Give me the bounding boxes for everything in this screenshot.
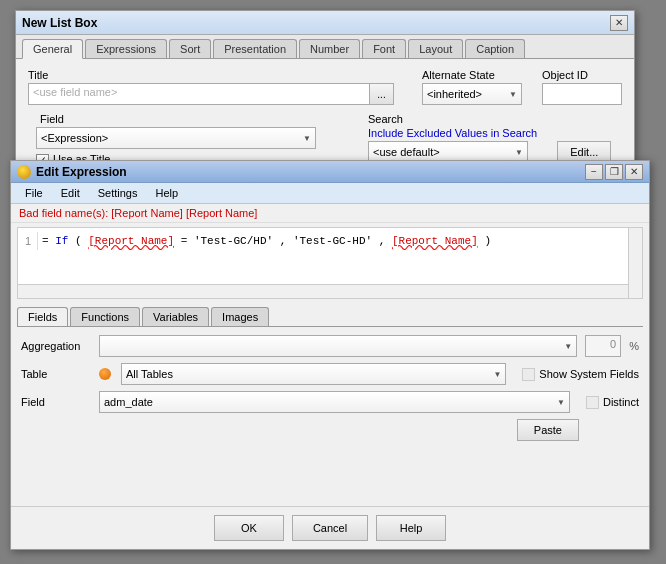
title-input[interactable]: <use field name> bbox=[28, 83, 370, 105]
edit-expression-titlebar: Edit Expression − ❐ ✕ bbox=[11, 161, 649, 183]
cancel-label: Cancel bbox=[313, 522, 347, 534]
title-input-group: <use field name> ... bbox=[28, 83, 394, 105]
sub-tab-fields[interactable]: Fields bbox=[17, 307, 68, 326]
show-system-fields-group: Show System Fields bbox=[522, 368, 639, 381]
sub-tab-bar: Fields Functions Variables Images bbox=[17, 303, 643, 327]
tab-presentation[interactable]: Presentation bbox=[213, 39, 297, 58]
edit-title-left: Edit Expression bbox=[17, 165, 127, 179]
distinct-group: Distinct bbox=[586, 396, 639, 409]
table-select-group: All Tables ▼ bbox=[99, 363, 506, 385]
help-btn[interactable]: Help bbox=[376, 515, 446, 541]
search-group: Search Include Excluded Values in Search… bbox=[368, 113, 537, 163]
field-row: Field <Expression> ▼ ✓ Use as Title Sear… bbox=[28, 113, 622, 167]
title-label: Title bbox=[28, 69, 394, 81]
tab-expressions[interactable]: Expressions bbox=[85, 39, 167, 58]
search-default-value: <use default> bbox=[373, 146, 440, 158]
percent-value: 0 bbox=[610, 338, 616, 350]
aggregation-row: Aggregation ▼ 0 % bbox=[21, 335, 639, 357]
alternate-state-arrow: ▼ bbox=[509, 90, 517, 99]
expr-scrollbar-v[interactable] bbox=[628, 228, 642, 299]
table-select[interactable]: All Tables ▼ bbox=[121, 363, 506, 385]
expr-paren1: ( bbox=[75, 235, 82, 247]
line-number: 1 bbox=[18, 232, 38, 250]
error-bar: Bad field name(s): [Report Name] [Report… bbox=[11, 204, 649, 223]
expr-scrollbar-h[interactable] bbox=[18, 284, 628, 298]
sub-tab-images[interactable]: Images bbox=[211, 307, 269, 326]
ok-btn[interactable]: OK bbox=[214, 515, 284, 541]
alternate-state-group: Alternate State <inherited> ▼ bbox=[422, 69, 522, 105]
field-select-label: Field bbox=[21, 396, 91, 408]
menu-edit[interactable]: Edit bbox=[53, 185, 88, 201]
show-system-fields-checkbox[interactable] bbox=[522, 368, 535, 381]
paste-btn-label: Paste bbox=[534, 424, 562, 436]
aggregation-select[interactable]: ▼ bbox=[99, 335, 577, 357]
menu-settings[interactable]: Settings bbox=[90, 185, 146, 201]
tab-sort[interactable]: Sort bbox=[169, 39, 211, 58]
edit-expression-title: Edit Expression bbox=[36, 165, 127, 179]
menu-help[interactable]: Help bbox=[147, 185, 186, 201]
menu-bar: File Edit Settings Help bbox=[11, 183, 649, 204]
tab-layout[interactable]: Layout bbox=[408, 39, 463, 58]
percent-sign: % bbox=[629, 340, 639, 352]
object-id-input[interactable] bbox=[542, 83, 622, 105]
new-list-box-title: New List Box bbox=[22, 16, 97, 30]
field-group: Field <Expression> ▼ ✓ Use as Title bbox=[28, 113, 316, 167]
restore-btn[interactable]: ❐ bbox=[605, 164, 623, 180]
title-browse-btn[interactable]: ... bbox=[370, 83, 394, 105]
bottom-section: Fields Functions Variables Images Aggreg… bbox=[11, 303, 649, 449]
field-select-group: <Expression> ▼ bbox=[36, 127, 316, 149]
menu-file[interactable]: File bbox=[17, 185, 51, 201]
tab-bar: General Expressions Sort Presentation Nu… bbox=[16, 35, 634, 59]
minimize-btn[interactable]: − bbox=[585, 164, 603, 180]
tab-number[interactable]: Number bbox=[299, 39, 360, 58]
table-value: All Tables bbox=[126, 368, 173, 380]
error-text: Bad field name(s): [Report Name] [Report… bbox=[19, 207, 257, 219]
orange-dot-icon bbox=[99, 368, 111, 380]
ok-label: OK bbox=[241, 522, 257, 534]
expression-line: 1 = If ( [Report Name] = 'Test-GC/HD' , … bbox=[18, 228, 642, 254]
field-select-value: adm_date bbox=[104, 396, 153, 408]
show-system-fields-label: Show System Fields bbox=[539, 368, 639, 380]
dialog-footer: OK Cancel Help bbox=[11, 506, 649, 549]
tab-caption[interactable]: Caption bbox=[465, 39, 525, 58]
aggregation-label: Aggregation bbox=[21, 340, 91, 352]
help-label: Help bbox=[400, 522, 423, 534]
close-btn[interactable]: ✕ bbox=[610, 15, 628, 31]
paste-btn[interactable]: Paste bbox=[517, 419, 579, 441]
expr-equals2: = bbox=[181, 235, 194, 247]
table-label: Table bbox=[21, 368, 91, 380]
expr-report-name-2: [Report Name] bbox=[392, 235, 478, 247]
distinct-label: Distinct bbox=[603, 396, 639, 408]
expression-area[interactable]: 1 = If ( [Report Name] = 'Test-GC/HD' , … bbox=[17, 227, 643, 299]
expr-val2: 'Test-GC-HD' bbox=[293, 235, 372, 247]
field-label: Field bbox=[40, 113, 316, 125]
field-select-expr[interactable]: adm_date ▼ bbox=[99, 391, 570, 413]
field-select-arrow: ▼ bbox=[557, 398, 565, 407]
alternate-state-select[interactable]: <inherited> ▼ bbox=[422, 83, 522, 105]
titlebar-buttons: ✕ bbox=[610, 15, 628, 31]
edit-titlebar-buttons: − ❐ ✕ bbox=[585, 164, 643, 180]
expr-comma1: , bbox=[280, 235, 293, 247]
tab-general[interactable]: General bbox=[22, 39, 83, 59]
new-list-box-titlebar: New List Box ✕ bbox=[16, 11, 634, 35]
sub-content: Aggregation ▼ 0 % Table All Tables ▼ bbox=[17, 327, 643, 449]
edit-title-icon bbox=[17, 165, 31, 179]
close-expr-btn[interactable]: ✕ bbox=[625, 164, 643, 180]
field-select[interactable]: <Expression> ▼ bbox=[36, 127, 316, 149]
percent-input[interactable]: 0 bbox=[585, 335, 621, 357]
object-id-group: Object ID bbox=[542, 69, 622, 105]
field-select-row: Field adm_date ▼ Distinct bbox=[21, 391, 639, 413]
expr-if: If bbox=[55, 235, 68, 247]
aggregation-arrow: ▼ bbox=[564, 342, 572, 351]
expr-report-name-1: [Report Name] bbox=[88, 235, 174, 247]
field-arrow: ▼ bbox=[303, 134, 311, 143]
title-row: Title <use field name> ... Alternate Sta… bbox=[28, 69, 622, 105]
table-arrow: ▼ bbox=[493, 370, 501, 379]
expr-equals: = bbox=[42, 235, 55, 247]
sub-tab-functions[interactable]: Functions bbox=[70, 307, 140, 326]
expression-content: = If ( [Report Name] = 'Test-GC/HD' , 'T… bbox=[42, 232, 491, 250]
cancel-btn[interactable]: Cancel bbox=[292, 515, 368, 541]
tab-font[interactable]: Font bbox=[362, 39, 406, 58]
distinct-checkbox[interactable] bbox=[586, 396, 599, 409]
sub-tab-variables[interactable]: Variables bbox=[142, 307, 209, 326]
